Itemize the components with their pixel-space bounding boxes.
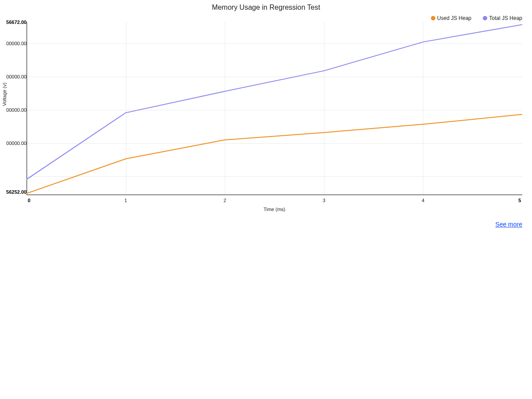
legend: Used JS Heap Total JS Heap [0, 15, 522, 21]
legend-item-total: Total JS Heap [483, 15, 522, 21]
legend-dot-orange-icon [431, 16, 435, 20]
y-axis-label: Voltage (v) [2, 82, 7, 106]
legend-label-used: Used JS Heap [437, 15, 471, 21]
ytick-i3: 00000.00 [2, 74, 27, 79]
xtick-4: 4 [422, 198, 424, 203]
plot-grid: 56672.00 00000.00 00000.00 00000.00 0000… [27, 22, 522, 195]
xtick-1: 1 [125, 198, 127, 203]
chart-plot-area: 56672.00 00000.00 00000.00 00000.00 0000… [27, 22, 522, 195]
series-total-line [27, 25, 522, 180]
legend-dot-purple-icon [483, 16, 487, 20]
chart-svg [27, 22, 522, 195]
x-axis-label: Time (ms) [263, 207, 285, 212]
legend-label-total: Total JS Heap [489, 15, 522, 21]
xtick-3: 3 [323, 198, 325, 203]
xtick-5: 5 [518, 198, 521, 203]
ytick-i4: 00000.00 [2, 41, 27, 46]
chart-title: Memory Usage in Regression Test [0, 0, 532, 12]
xtick-0: 0 [28, 198, 31, 203]
series-used-line [27, 114, 522, 193]
ytick-i2: 00000.00 [2, 107, 27, 113]
legend-item-used: Used JS Heap [431, 15, 471, 21]
ytick-i1: 00000.00 [2, 141, 27, 146]
ytick-top: 56672.00 [2, 20, 27, 25]
xtick-2: 2 [223, 198, 226, 203]
see-more-link[interactable]: See more [495, 221, 522, 228]
ytick-bottom: 56252.00 [2, 189, 27, 195]
